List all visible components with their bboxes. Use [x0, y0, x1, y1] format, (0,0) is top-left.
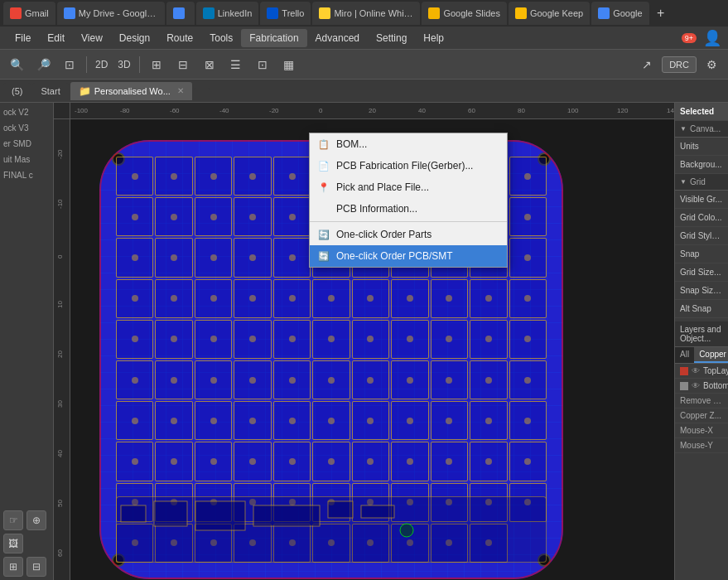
- browser-tab-slides[interactable]: Google Slides: [422, 2, 507, 25]
- mouse-y-label: Mouse-Y: [680, 441, 713, 450]
- copper-z-action[interactable]: Copper Z...: [675, 408, 728, 423]
- select-tool[interactable]: ⊕: [27, 510, 46, 530]
- pad: [116, 360, 153, 399]
- drive-favicon: [64, 7, 75, 19]
- pad: [431, 279, 468, 318]
- svg-text:10: 10: [56, 301, 64, 308]
- alt-snap-item[interactable]: Alt Snap: [675, 300, 728, 318]
- menu-item-pick-place[interactable]: 📍 Pick and Place File...: [310, 176, 507, 198]
- zoom-2d-label[interactable]: 2D: [92, 59, 111, 70]
- menu-fabrication[interactable]: Fabrication: [241, 29, 306, 47]
- grid-style-item[interactable]: Grid Style...: [675, 227, 728, 245]
- menu-tools[interactable]: Tools: [201, 29, 241, 47]
- browser-tab-gmail[interactable]: Gmail: [3, 2, 55, 25]
- browser-tab-google[interactable]: Google: [591, 2, 648, 25]
- tool-btn-1[interactable]: ⊞: [145, 53, 168, 76]
- left-item-5: FINAL c: [3, 169, 50, 181]
- ruler-horizontal: -100 -80 -60 -40 -20 0 20 40 60 80 100 1…: [70, 103, 674, 119]
- tool-btn-2[interactable]: ⊟: [171, 53, 195, 76]
- grid-tool-1[interactable]: ⊞: [3, 557, 23, 577]
- layers-tab-copper[interactable]: Copper: [694, 347, 728, 363]
- snap-item[interactable]: Snap: [675, 245, 728, 263]
- menu-item-bom[interactable]: 📋 BOM...: [310, 133, 507, 155]
- share-button[interactable]: ↗: [635, 53, 658, 76]
- browser-tab-docs[interactable]: [166, 2, 195, 25]
- menu-edit[interactable]: Edit: [39, 29, 73, 47]
- menu-item-pcb-info[interactable]: PCB Information...: [310, 198, 507, 220]
- canvas-label: Canva...: [690, 124, 721, 133]
- menu-item-order-pcb[interactable]: 🔄 One-click Order PCB/SMT: [310, 245, 507, 267]
- menu-view[interactable]: View: [73, 29, 111, 47]
- drc-button[interactable]: DRC: [662, 56, 697, 73]
- grid-color-item[interactable]: Grid Colo...: [675, 209, 728, 227]
- background-item[interactable]: Backgrou...: [675, 156, 728, 174]
- pad: [234, 238, 271, 277]
- grid-tool-2[interactable]: ⊟: [27, 557, 46, 577]
- canvas-area[interactable]: -100 -80 -60 -40 -20 0 20 40 60 80 100 1…: [54, 103, 674, 580]
- browser-tab-linkedin[interactable]: LinkedIn: [196, 2, 259, 25]
- menu-advanced[interactable]: Advanced: [307, 29, 368, 47]
- user-icon[interactable]: 👤: [703, 29, 721, 47]
- hand-tool[interactable]: ☞: [3, 510, 23, 530]
- menu-help[interactable]: Help: [415, 29, 452, 47]
- layers-tab-all[interactable]: All: [675, 347, 694, 363]
- visible-grid-item[interactable]: Visible Gr...: [675, 191, 728, 209]
- svg-rect-23: [121, 505, 146, 522]
- bottomlayer-eye[interactable]: 👁: [692, 381, 700, 390]
- svg-text:-20: -20: [56, 149, 64, 159]
- new-tab-button[interactable]: +: [651, 3, 671, 23]
- menu-item-gerber[interactable]: 📄 PCB Fabrication File(Gerber)...: [310, 155, 507, 176]
- layer-toplayer[interactable]: 👁 TopLay...: [675, 364, 728, 379]
- tab-personalised[interactable]: 📁 Personalised Wo... ✕: [70, 82, 192, 100]
- svg-text:140: 140: [667, 107, 674, 114]
- tool-btn-3[interactable]: ⊠: [198, 53, 221, 76]
- order-pcb-icon: 🔄: [318, 251, 330, 262]
- units-item[interactable]: Units: [675, 138, 728, 156]
- browser-tab-drive[interactable]: My Drive - Google...: [57, 2, 165, 25]
- folder-icon: 📁: [79, 85, 91, 97]
- browser-tab-trello[interactable]: Trello: [260, 2, 311, 25]
- mouse-x-row: Mouse-X: [675, 423, 728, 438]
- menu-file[interactable]: File: [7, 29, 39, 47]
- browser-tabbar: Gmail My Drive - Google... LinkedIn Trel…: [0, 0, 728, 27]
- toplayer-eye[interactable]: 👁: [692, 366, 700, 375]
- browser-tab-keep[interactable]: Google Keep: [509, 2, 590, 25]
- layer-bottomlayer[interactable]: 👁 Bottom...: [675, 379, 728, 394]
- menu-setting[interactable]: Setting: [368, 29, 415, 47]
- left-item-1: ock V2: [3, 106, 50, 118]
- menu-design[interactable]: Design: [111, 29, 158, 47]
- bottomlayer-color: [680, 382, 688, 390]
- fit-button[interactable]: ⊡: [58, 53, 81, 76]
- tab-extra[interactable]: [194, 88, 210, 94]
- tool-btn-6[interactable]: ▦: [277, 53, 301, 76]
- menu-item-order-parts[interactable]: 🔄 One-click Order Parts: [310, 224, 507, 245]
- tab-unnamed1[interactable]: (5): [3, 83, 31, 99]
- pad: [273, 279, 311, 318]
- settings-button[interactable]: ⚙: [700, 53, 723, 76]
- tool-btn-4[interactable]: ☰: [224, 53, 248, 76]
- pcb-info-label: PCB Information...: [336, 203, 417, 215]
- tab-close-icon[interactable]: ✕: [177, 86, 184, 95]
- zoom-3d-label[interactable]: 3D: [114, 59, 133, 70]
- remove-layer-action[interactable]: Remove L...: [675, 394, 728, 408]
- zoom-out-button[interactable]: 🔎: [31, 53, 55, 76]
- bottomlayer-label: Bottom...: [703, 381, 728, 390]
- pad: [431, 401, 468, 440]
- pad: [352, 401, 389, 440]
- menu-route[interactable]: Route: [158, 29, 201, 47]
- tool-btn-5[interactable]: ⊡: [251, 53, 274, 76]
- grid-size-item[interactable]: Grid Size...: [675, 263, 728, 282]
- pad: [195, 360, 232, 399]
- pad: [509, 157, 547, 196]
- miro-favicon: [319, 7, 330, 19]
- svg-rect-27: [328, 501, 353, 518]
- snap-size-item[interactable]: Snap Size...: [675, 282, 728, 300]
- order-pcb-label: One-click Order PCB/SMT: [336, 250, 453, 262]
- gerber-label: PCB Fabrication File(Gerber)...: [336, 160, 473, 172]
- pad: [234, 401, 271, 440]
- zoom-in-button[interactable]: 🔍: [5, 53, 28, 76]
- tab-start[interactable]: Start: [32, 83, 68, 99]
- image-tool[interactable]: 🖼: [3, 534, 23, 553]
- ruler-vertical: -20 -10 0 10 20 30 40 50 60: [54, 119, 70, 580]
- browser-tab-miro[interactable]: Miro | Online Whit...: [312, 2, 420, 25]
